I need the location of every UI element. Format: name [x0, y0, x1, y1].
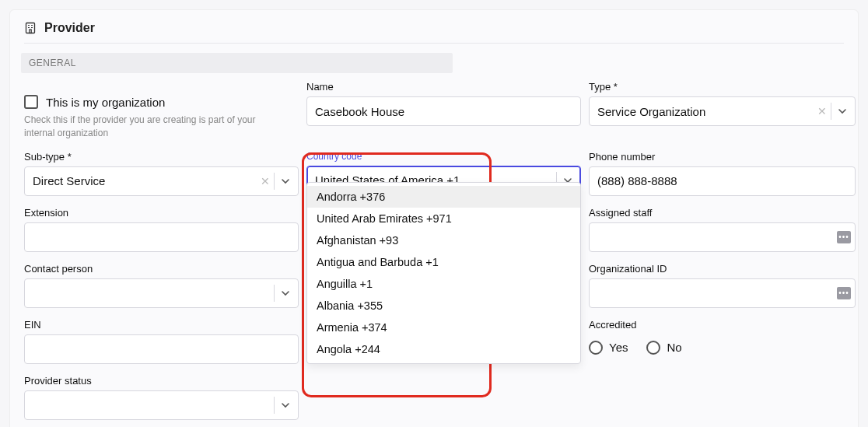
subtype-clear-icon[interactable]: ✕: [261, 175, 270, 187]
provider-status-label: Provider status: [24, 375, 299, 387]
assigned-staff-field: Assigned staff •••: [589, 207, 856, 252]
accredited-yes-label: Yes: [609, 341, 628, 354]
extension-field: Extension: [24, 207, 299, 252]
svg-rect-0: [26, 23, 35, 33]
dropdown-item[interactable]: Anguilla +1: [307, 273, 580, 295]
section-general-label: GENERAL: [21, 53, 453, 73]
building-icon: [24, 22, 37, 34]
subtype-field: Sub-type * Direct Service ✕: [24, 151, 299, 196]
provider-status-field: Provider status: [24, 375, 299, 420]
organizational-id-field: Organizational ID •••: [589, 263, 856, 308]
org-checkbox[interactable]: [24, 95, 38, 109]
subtype-label: Sub-type *: [24, 151, 299, 163]
chevron-down-icon: [838, 107, 847, 116]
subtype-value: Direct Service: [33, 174, 105, 187]
subtype-select[interactable]: Direct Service ✕: [24, 166, 299, 196]
accredited-yes-option[interactable]: Yes: [589, 341, 628, 355]
radio-icon: [646, 341, 660, 355]
contact-person-label: Contact person: [24, 263, 299, 275]
provider-status-select[interactable]: [24, 390, 299, 420]
type-value: Service Organization: [597, 105, 705, 118]
type-clear-icon[interactable]: ✕: [817, 105, 827, 117]
accredited-field: Accredited Yes No: [589, 319, 856, 355]
name-input[interactable]: [306, 96, 581, 126]
provider-panel: Provider GENERAL This is my organization…: [9, 9, 859, 427]
phone-label: Phone number: [589, 151, 856, 163]
assigned-staff-label: Assigned staff: [589, 207, 856, 219]
chevron-down-icon: [281, 289, 290, 298]
radio-icon: [589, 341, 603, 355]
ein-label: EIN: [24, 319, 299, 331]
dropdown-item[interactable]: Antigua and Barbuda +1: [307, 251, 580, 273]
ein-field: EIN: [24, 319, 299, 364]
type-select[interactable]: Service Organization ✕: [589, 96, 856, 126]
org-checkbox-label: This is my organization: [46, 96, 165, 109]
dropdown-item[interactable]: Angola +244: [307, 338, 580, 360]
org-checkbox-block: This is my organization Check this if th…: [24, 81, 299, 140]
panel-title: Provider: [44, 21, 95, 35]
accredited-no-label: No: [667, 341, 681, 354]
type-label: Type *: [589, 81, 856, 93]
type-field: Type * Service Organization ✕: [589, 81, 856, 126]
contact-person-select[interactable]: [24, 278, 299, 308]
name-field: Name: [306, 81, 581, 126]
dropdown-item[interactable]: Armenia +374: [307, 317, 580, 338]
dropdown-item[interactable]: Albania +355: [307, 295, 580, 317]
extension-label: Extension: [24, 207, 299, 219]
accredited-label: Accredited: [589, 319, 856, 331]
country-code-field: Country code United States of America +1…: [306, 151, 581, 195]
organizational-id-label: Organizational ID: [589, 263, 856, 275]
country-code-dropdown[interactable]: Andorra +376 United Arab Emirates +971 A…: [306, 182, 581, 364]
svg-rect-5: [30, 30, 31, 33]
dropdown-item[interactable]: United Arab Emirates +971: [307, 208, 580, 229]
phone-field: Phone number: [589, 151, 856, 196]
extension-input[interactable]: [24, 222, 299, 252]
contact-person-field: Contact person: [24, 263, 299, 308]
dropdown-item[interactable]: Andorra +376: [307, 186, 580, 208]
assigned-staff-input[interactable]: [589, 222, 856, 252]
chevron-down-icon: [281, 177, 290, 186]
ein-input[interactable]: [24, 334, 299, 364]
name-label: Name: [306, 81, 581, 93]
org-helper-text: Check this if the provider you are creat…: [24, 114, 289, 140]
accredited-no-option[interactable]: No: [646, 341, 681, 355]
panel-header: Provider: [24, 21, 844, 44]
country-code-label: Country code: [306, 151, 581, 162]
chevron-down-icon: [281, 401, 290, 410]
phone-input[interactable]: [589, 166, 856, 196]
organizational-id-input[interactable]: [589, 278, 856, 308]
dropdown-item[interactable]: Afghanistan +93: [307, 229, 580, 251]
